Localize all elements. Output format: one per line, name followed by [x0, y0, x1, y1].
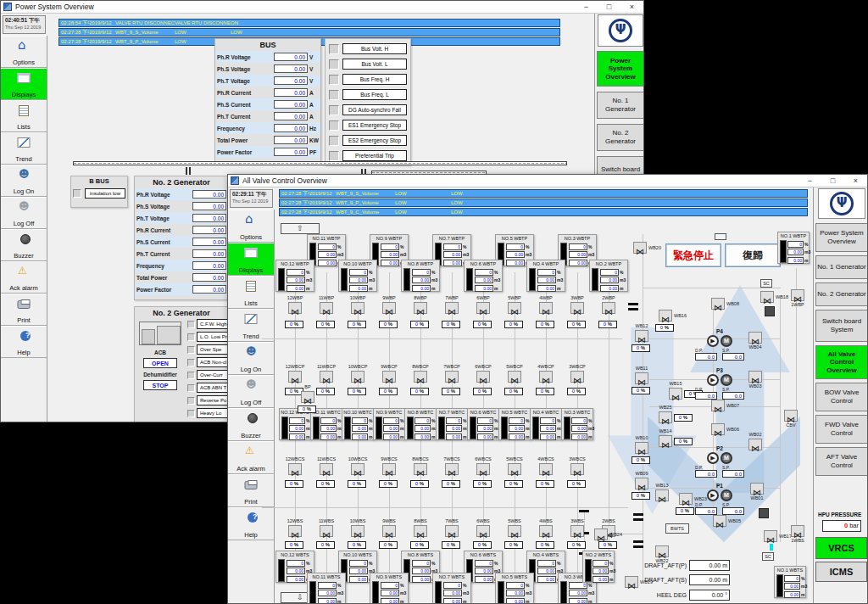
vrcs-button[interactable]: VRCS: [815, 537, 867, 559]
acb-state-button[interactable]: OPEN: [143, 358, 177, 368]
valve-7wbcs[interactable]: [445, 463, 459, 475]
valve-1wbp[interactable]: [791, 289, 804, 301]
valve-7wbs[interactable]: [445, 525, 459, 537]
valve-wb18[interactable]: [760, 291, 774, 303]
nav-button-aft-valve-control[interactable]: AFT Valve Control: [815, 447, 867, 476]
valve-9wbcp[interactable]: [382, 371, 396, 383]
valve-11wbcp[interactable]: [320, 371, 333, 383]
gen2-alarm-button[interactable]: Reverse Po: [197, 395, 228, 405]
valve-cbv[interactable]: [784, 410, 798, 422]
pump-p4[interactable]: P4▶MD.P.0.0S.P.0.0: [693, 328, 747, 361]
icms-button[interactable]: ICMS: [815, 562, 867, 582]
valve-wb01[interactable]: [750, 483, 764, 495]
alarm-button[interactable]: Bus Volt. H: [342, 43, 407, 54]
sidebar-item-lists[interactable]: Lists: [1, 100, 47, 132]
valve-12wbcs[interactable]: [288, 463, 302, 475]
sidebar-item-logoff[interactable]: Log Off: [1, 197, 47, 229]
valve-8wbcs[interactable]: [414, 463, 427, 475]
valve-10wbp[interactable]: [351, 302, 364, 314]
valve-9wbs[interactable]: [382, 525, 396, 537]
gen2-alarm-button[interactable]: ACB Non-cl: [197, 357, 228, 367]
valve-5wbs[interactable]: [508, 525, 521, 537]
nav-button-fwd-valve-control[interactable]: FWD Valve Control: [815, 415, 867, 444]
valve-4wbcp[interactable]: [539, 371, 553, 383]
insulation-low-button[interactable]: insulation low: [85, 188, 125, 199]
valve-6wbp[interactable]: [476, 302, 490, 314]
valve-8wbp[interactable]: [414, 302, 427, 314]
dehumidifier-state-button[interactable]: STOP: [143, 380, 177, 390]
sidebar-item-buzzer[interactable]: Buzzer: [1, 229, 47, 261]
valve-wb04[interactable]: [748, 332, 762, 344]
valve-wb24[interactable]: [594, 528, 608, 540]
bwts-button[interactable]: BWTS: [665, 523, 689, 534]
alarm-row[interactable]: 02:27:28 下午2019/9/12WBT_9_S_VolumeLOWLOW: [58, 28, 560, 36]
maximize-button[interactable]: □: [598, 1, 620, 14]
close-button[interactable]: ×: [844, 175, 867, 187]
valve-4wbs[interactable]: [539, 525, 553, 537]
sidebar-item-logon[interactable]: Log On: [1, 165, 47, 197]
valve-wb02[interactable]: [748, 439, 762, 450]
valve-10wbs[interactable]: [351, 525, 364, 537]
valve-3wbp[interactable]: [570, 302, 584, 314]
valve-wb22[interactable]: [655, 545, 669, 557]
valve-1wbs[interactable]: [791, 525, 804, 537]
valve-12wbcp[interactable]: [288, 371, 302, 383]
alarm-row[interactable]: 02:28:54 下午2019/9/12VALVE RTU DISCONNECT…: [58, 19, 560, 27]
valve-wb11[interactable]: [635, 372, 648, 384]
gen2-alarm-button[interactable]: L.O. Low Pre: [197, 332, 228, 342]
pump-p2[interactable]: P2▶MD.P.0.0S.P.0.0: [693, 445, 747, 478]
sidebar-item-ackalarm[interactable]: Ack alarm: [1, 261, 47, 294]
valve-wb12[interactable]: [635, 330, 648, 342]
valve-2wbp[interactable]: [602, 302, 615, 314]
pump-p3[interactable]: P3▶MD.P.0.0S.P.0.0: [693, 367, 747, 400]
valve-wb07[interactable]: [711, 400, 725, 411]
scroll-up-button[interactable]: ⇧: [281, 223, 320, 234]
valve-12wbp[interactable]: [288, 302, 302, 314]
valve-4wbp[interactable]: [539, 302, 553, 314]
alarm-button[interactable]: Bus Freq. H: [342, 74, 407, 85]
valve-wb14[interactable]: [659, 435, 672, 447]
valve-10wbcs[interactable]: [351, 463, 364, 475]
sidebar-item-trend[interactable]: Trend: [1, 132, 47, 165]
valve-5wbcp[interactable]: [508, 371, 521, 383]
valve-11wbs[interactable]: [320, 525, 333, 537]
valve-9wbcs[interactable]: [382, 463, 396, 475]
valve-8wbs[interactable]: [414, 525, 427, 537]
gen2-alarm-button[interactable]: C.F.W. High T: [197, 319, 228, 329]
alarm-button[interactable]: ES2 Emergency Stop: [342, 135, 407, 146]
sidebar-item-help[interactable]: Help: [1, 326, 47, 358]
valve-wb03[interactable]: [748, 371, 762, 383]
alarm-button[interactable]: Bus Freq. L: [342, 89, 407, 100]
maximize-button[interactable]: □: [821, 175, 844, 187]
nav-button-no-1-generator[interactable]: No. 1 Generator: [597, 92, 643, 119]
nav-button-no-2-generator[interactable]: No. 2 Generator: [815, 282, 867, 306]
gen2-alarm-button[interactable]: ACB ABN T: [197, 383, 228, 393]
alarm-button[interactable]: DG Auto-synchro Fail: [342, 104, 407, 115]
valve-wb25[interactable]: [659, 411, 672, 423]
sidebar-item-print[interactable]: Print: [1, 294, 47, 326]
alarm-button[interactable]: Preferential Trip: [342, 150, 407, 161]
valve-bp[interactable]: [301, 391, 314, 403]
valve-8wbcp[interactable]: [414, 371, 427, 383]
valve-5wbp[interactable]: [508, 302, 521, 314]
titlebar[interactable]: All Valve Control Overview − □ ×: [228, 175, 867, 187]
valve-10wbcp[interactable]: [351, 371, 364, 383]
titlebar[interactable]: Power System Overview − □ ×: [1, 1, 643, 14]
valve-wb08[interactable]: [711, 298, 725, 310]
valve-3wbs[interactable]: [570, 525, 584, 537]
valve-wb05[interactable]: [713, 515, 726, 527]
alarm-button[interactable]: Bus Volt. L: [342, 59, 407, 70]
nav-button-no-1-generator[interactable]: No. 1 Generator: [815, 255, 867, 279]
valve-9wbp[interactable]: [382, 302, 396, 314]
valve-wb17[interactable]: [764, 530, 777, 542]
valve-3wbcs[interactable]: [570, 463, 584, 475]
valve-wb06[interactable]: [711, 423, 725, 435]
sc-button[interactable]: SC: [762, 552, 774, 561]
gen2-alarm-button[interactable]: Heavy Lo: [197, 408, 228, 418]
valve-12wbs[interactable]: [288, 525, 302, 537]
nav-button-power-system-overview[interactable]: Power System Overview: [815, 223, 867, 252]
nav-button-switch-board-system[interactable]: Switch board System: [815, 310, 867, 342]
valve-wb20[interactable]: [633, 242, 647, 254]
nav-button-power-system-overview[interactable]: Power System Overview: [597, 51, 643, 87]
emergency-stop-button[interactable]: 緊急停止: [665, 243, 721, 267]
